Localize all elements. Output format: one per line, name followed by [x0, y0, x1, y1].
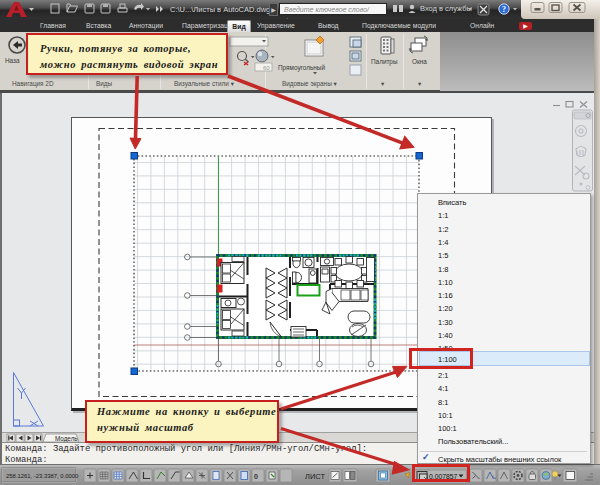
svg-text:ЛИСТ: ЛИСТ	[305, 472, 325, 481]
svg-text:0: 0	[254, 473, 258, 480]
svg-text:258.1261, -23.3387, 0.0000: 258.1261, -23.3387, 0.0000	[6, 473, 79, 479]
